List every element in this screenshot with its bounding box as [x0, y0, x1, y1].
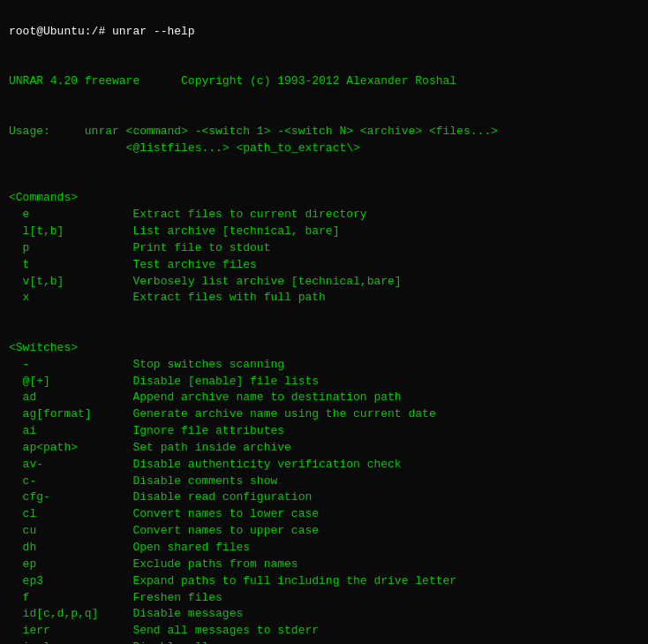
commands-header: <Commands>	[9, 191, 78, 204]
cmd-e: e Extract files to current directory	[9, 208, 367, 221]
switches-header: <Switches>	[9, 341, 78, 354]
cmd-t: t Test archive files	[9, 258, 257, 271]
sw-av: av- Disable authenticity verification ch…	[9, 458, 402, 471]
sw-id: id[c,d,p,q] Disable messages	[9, 607, 243, 620]
sw-cfg: cfg- Disable read configuration	[9, 490, 312, 504]
cmd-p: p Print file to stdout	[9, 241, 270, 254]
usage-line2: <@listfiles...> <path_to_extract\>	[9, 141, 360, 155]
cmd-x: x Extract files with full path	[9, 291, 326, 304]
prompt-line: root@Ubuntu:/# unrar --help	[9, 25, 195, 38]
sw-ierr: ierr Send all messages to stderr	[9, 624, 319, 637]
sw-at: @[+] Disable [enable] file lists	[9, 375, 319, 388]
sw-cu: cu Convert names to upper case	[9, 524, 319, 537]
version-line: UNRAR 4.20 freeware Copyright (c) 1993-2…	[9, 74, 456, 87]
sw-ai: ai Ignore file attributes	[9, 424, 284, 437]
sw-dash: - Stop switches scanning	[9, 358, 284, 371]
sw-ep3: ep3 Expand paths to full including the d…	[9, 574, 456, 587]
sw-ad: ad Append archive name to destination pa…	[9, 390, 402, 404]
sw-ep: ep Exclude paths from names	[9, 557, 298, 571]
sw-c: c- Disable comments show	[9, 474, 277, 488]
cmd-vtb: v[t,b] Verbosely list archive [technical…	[9, 275, 402, 288]
sw-dh: dh Open shared files	[9, 541, 250, 554]
sw-ag: ag[format] Generate archive name using t…	[9, 407, 436, 420]
usage-line1: Usage: unrar <command> -<switch 1> -<swi…	[9, 125, 498, 138]
terminal-window: root@Ubuntu:/# unrar --help UNRAR 4.20 f…	[9, 7, 639, 644]
sw-f: f Freshen files	[9, 591, 222, 604]
sw-ap: ap<path> Set path inside archive	[9, 441, 291, 454]
sw-inul: inul Disable all messages	[9, 640, 270, 644]
sw-cl: cl Convert names to lower case	[9, 507, 319, 520]
cmd-ltb: l[t,b] List archive [technical, bare]	[9, 224, 339, 238]
